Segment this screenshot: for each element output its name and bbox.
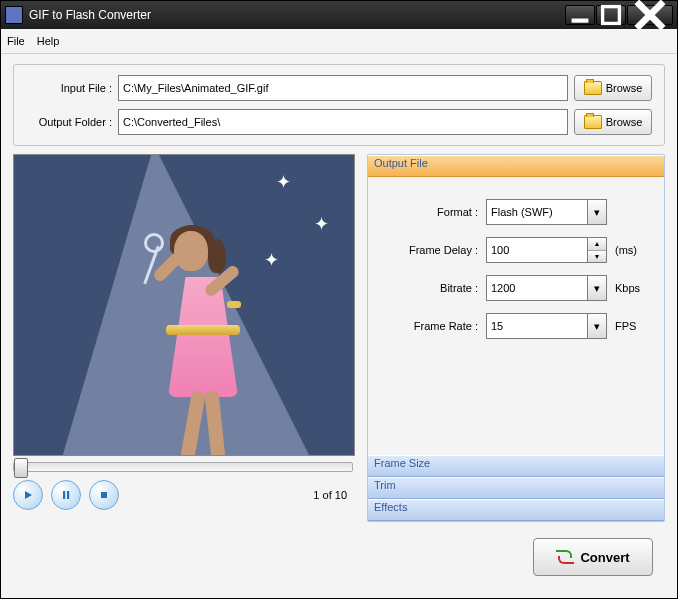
maximize-button[interactable] [596,5,626,25]
app-window: GIF to Flash Converter File Help Input F… [0,0,678,599]
format-label: Format : [382,206,478,218]
convert-label: Convert [580,550,629,565]
window-title: GIF to Flash Converter [29,8,565,22]
output-file-body: Format : ▾ Frame Delay : ▲ ▼ [368,177,664,455]
folder-icon [584,81,602,95]
output-folder-label: Output Folder : [26,116,112,128]
framerate-input[interactable] [486,313,588,339]
output-folder-field[interactable] [118,109,568,135]
delay-unit: (ms) [615,244,637,256]
stop-button[interactable] [89,480,119,510]
convert-icon [556,550,574,564]
framerate-label: Frame Rate : [382,320,478,332]
menu-help[interactable]: Help [37,35,60,47]
svg-rect-5 [63,491,65,499]
titlebar[interactable]: GIF to Flash Converter [1,1,677,29]
frame-delay-label: Frame Delay : [382,244,478,256]
frame-delay-input[interactable] [486,237,588,263]
chevron-down-icon[interactable]: ▾ [588,199,607,225]
preview-canvas: ✦ ✦ ✦ [13,154,355,456]
preview-image [104,205,284,456]
spin-down-icon[interactable]: ▼ [588,251,606,263]
browse-input-button[interactable]: Browse [574,75,652,101]
accordion-effects[interactable]: Effects [368,499,664,521]
file-panel: Input File : Browse Output Folder : Brow… [13,64,665,146]
accordion-trim[interactable]: Trim [368,477,664,499]
bitrate-input[interactable] [486,275,588,301]
bitrate-label: Bitrate : [382,282,478,294]
accordion-frame-size[interactable]: Frame Size [368,455,664,477]
framerate-unit: FPS [615,320,636,332]
preview-column: ✦ ✦ ✦ [13,154,353,522]
format-select[interactable] [486,199,588,225]
browse-output-button[interactable]: Browse [574,109,652,135]
svg-rect-6 [67,491,69,499]
svg-marker-4 [25,491,32,499]
frame-slider[interactable] [13,462,353,472]
menu-file[interactable]: File [7,35,25,47]
spin-up-icon[interactable]: ▲ [588,238,606,251]
folder-icon [584,115,602,129]
app-icon [5,6,23,24]
input-file-field[interactable] [118,75,568,101]
bitrate-unit: Kbps [615,282,640,294]
accordion-output-file[interactable]: Output File [368,155,664,177]
play-button[interactable] [13,480,43,510]
browse-label: Browse [606,116,643,128]
settings-panel: Output File Format : ▾ Frame Delay : [367,154,665,522]
svg-rect-7 [101,492,107,498]
frame-counter: 1 of 10 [119,489,353,501]
delay-spinner[interactable]: ▲ ▼ [588,237,607,263]
chevron-down-icon[interactable]: ▾ [588,313,607,339]
slider-thumb[interactable] [14,458,28,478]
svg-rect-1 [603,7,620,24]
menubar: File Help [1,29,677,54]
browse-label: Browse [606,82,643,94]
chevron-down-icon[interactable]: ▾ [588,275,607,301]
minimize-button[interactable] [565,5,595,25]
convert-button[interactable]: Convert [533,538,653,576]
close-button[interactable] [627,5,673,25]
input-file-label: Input File : [26,82,112,94]
pause-button[interactable] [51,480,81,510]
